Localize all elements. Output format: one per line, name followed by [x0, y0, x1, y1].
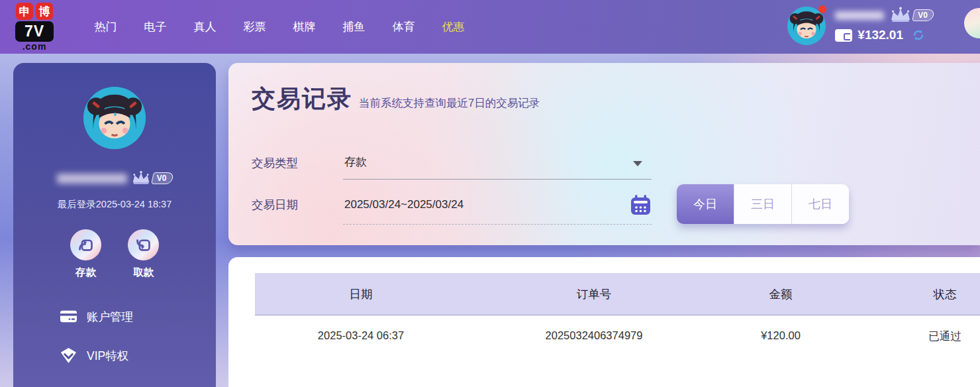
nav-item-hot[interactable]: 热门: [81, 19, 130, 34]
avatar-image: [83, 87, 146, 149]
nav-item-promo[interactable]: 优惠: [428, 19, 478, 34]
vip-level-badge: V0: [913, 9, 934, 21]
withdraw-label: 取款: [133, 266, 154, 280]
bank-card-icon: [60, 307, 77, 325]
calendar-icon[interactable]: [630, 194, 652, 216]
gem-icon: [60, 347, 77, 364]
sidebar: V0 最后登录2025-03-24 18:37 存款 取款: [13, 63, 216, 387]
nav-item-cards[interactable]: 棋牌: [279, 19, 329, 34]
cell-status: 已通过: [928, 329, 961, 344]
transaction-type-label: 交易类型: [252, 155, 298, 171]
menu-label: VIP特权: [87, 348, 128, 364]
username-blurred: [835, 11, 884, 20]
wallet-icon: [835, 29, 852, 42]
sidebar-item-vip[interactable]: VIP特权: [60, 347, 216, 364]
nav-item-fishing[interactable]: 捕鱼: [329, 19, 379, 34]
user-avatar[interactable]: [787, 7, 826, 45]
table-header-order: 订单号: [577, 286, 612, 302]
vip-crown-icon: [889, 7, 912, 24]
transaction-table-card: 日期 订单号 金额 状态 2025-03-24 06:37 2025032406…: [228, 257, 980, 387]
main-nav: 热门 电子 真人 彩票 棋牌 捕鱼 体育 优惠: [81, 19, 478, 34]
refresh-balance-icon[interactable]: [911, 28, 926, 42]
logo-main-text: 7V: [15, 21, 54, 42]
floating-service-button[interactable]: [964, 8, 980, 38]
cell-date: 2025-03-24 06:37: [318, 329, 404, 342]
withdraw-icon: [128, 229, 159, 260]
cell-amount: ¥120.00: [761, 329, 801, 342]
balance-amount: ¥132.01: [858, 28, 903, 42]
sidebar-menu: 账户管理 VIP特权: [13, 307, 216, 364]
table-header-date: 日期: [350, 286, 373, 302]
period-button-group: 今日 三日 七日: [677, 184, 849, 224]
logo-suffix-text: .com: [23, 42, 47, 51]
deposit-button[interactable]: 存款: [70, 229, 101, 280]
transaction-date-input[interactable]: 2025/03/24~2025/03/24: [343, 190, 652, 225]
transaction-type-select[interactable]: 存款: [343, 146, 652, 180]
chevron-down-icon: [633, 161, 642, 166]
period-3day-button[interactable]: 三日: [734, 184, 791, 224]
quick-actions: 存款 取款: [70, 229, 159, 280]
nav-item-slots[interactable]: 电子: [130, 19, 180, 34]
page-title: 交易记录: [252, 83, 352, 115]
sidebar-item-account[interactable]: 账户管理: [60, 307, 216, 325]
withdraw-button[interactable]: 取款: [128, 229, 159, 280]
nav-item-lottery[interactable]: 彩票: [230, 19, 279, 34]
transaction-date-value: 2025/03/24~2025/03/24: [344, 198, 464, 211]
nav-item-live[interactable]: 真人: [180, 19, 230, 34]
top-bar: 申 博 7V .com 热门 电子 真人 彩票 棋牌 捕鱼 体育 优惠: [0, 0, 980, 54]
transaction-type-value: 存款: [344, 154, 367, 170]
table-row: 2025-03-24 06:37 2025032406374979 ¥120.0…: [255, 315, 980, 359]
vip-level-badge: V0: [152, 172, 173, 184]
deposit-label: 存款: [75, 266, 96, 280]
sidebar-avatar[interactable]: [83, 87, 146, 149]
username-blurred: [57, 174, 127, 184]
deposit-icon: [70, 229, 101, 260]
nav-item-sports[interactable]: 体育: [379, 19, 428, 34]
cell-order-number: 2025032406374979: [546, 329, 643, 342]
last-login-text: 最后登录2025-03-24 18:37: [58, 198, 172, 211]
transaction-filter-card: 交易记录 当前系统支持查询最近7日的交易记录 交易类型 存款 交易日期 2025…: [228, 63, 980, 245]
vip-crown-icon: [131, 170, 151, 186]
menu-label: 账户管理: [87, 309, 133, 325]
logo-squares: 申 博: [16, 3, 53, 20]
transaction-date-label: 交易日期: [252, 197, 298, 213]
logo-square-1: 申: [16, 3, 33, 20]
logo-square-2: 博: [36, 3, 53, 20]
notification-dot: [818, 5, 826, 13]
table-header-status: 状态: [934, 286, 957, 302]
period-today-button[interactable]: 今日: [677, 184, 734, 224]
period-7day-button[interactable]: 七日: [791, 184, 849, 224]
site-logo[interactable]: 申 博 7V .com: [13, 3, 56, 51]
page-subtitle: 当前系统支持查询最近7日的交易记录: [359, 96, 540, 111]
table-header-row: 日期 订单号 金额 状态: [255, 273, 980, 315]
table-header-amount: 金额: [769, 286, 793, 302]
user-cluster: V0 ¥132.01: [787, 7, 934, 45]
